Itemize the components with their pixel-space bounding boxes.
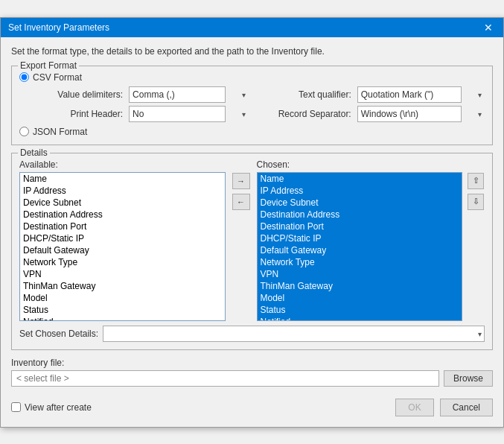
title-bar: Set Inventory Parameters ✕ — [1, 18, 503, 37]
inventory-row: Browse — [11, 370, 493, 387]
csv-grid: Value delimiters: Comma (,) Text qualifi… — [34, 86, 485, 122]
print-header-label: Print Header: — [34, 109, 123, 119]
view-after-create-row: View after create — [11, 402, 92, 413]
available-label: Available: — [19, 159, 226, 170]
available-item[interactable]: Destination Address — [20, 209, 225, 221]
available-item[interactable]: Network Type — [20, 256, 225, 268]
transfer-arrows: → ← — [230, 159, 252, 210]
set-chosen-row: Set Chosen Details: — [19, 326, 485, 342]
inventory-input[interactable] — [11, 370, 439, 387]
value-delimiters-select[interactable]: Comma (,) — [129, 86, 226, 103]
dialog-body: Set the format type, the details to be e… — [1, 37, 503, 427]
text-qualifier-select[interactable]: Quotation Mark (") — [357, 86, 462, 103]
print-header-wrapper: No — [129, 106, 249, 122]
available-item[interactable]: ThinMan Gateway — [20, 280, 225, 292]
lists-container: Available: NameIP AddressDevice SubnetDe… — [19, 159, 485, 321]
available-listbox[interactable]: NameIP AddressDevice SubnetDestination A… — [19, 172, 226, 321]
available-item[interactable]: Device Subnet — [20, 197, 225, 209]
chosen-section: Chosen: NameIP AddressDevice SubnetDesti… — [257, 159, 463, 321]
chosen-item[interactable]: VPN — [258, 268, 462, 280]
text-qualifier-wrapper: Quotation Mark (") — [357, 86, 485, 103]
print-header-select[interactable]: No — [129, 106, 226, 122]
ok-button[interactable]: OK — [395, 399, 433, 416]
details-group: Details Available: NameIP AddressDevice … — [11, 153, 493, 350]
json-radio-row: JSON Format — [19, 127, 485, 137]
reorder-buttons: ⇧ ⇩ — [467, 159, 485, 210]
value-delimiters-wrapper: Comma (,) — [129, 86, 249, 103]
move-down-button[interactable]: ⇩ — [468, 194, 484, 210]
available-item[interactable]: IP Address — [20, 185, 225, 197]
footer: View after create OK Cancel — [11, 394, 493, 416]
details-group-label: Details — [18, 148, 50, 158]
export-format-group: Export Format CSV Format Value delimiter… — [11, 66, 493, 145]
browse-button[interactable]: Browse — [444, 370, 493, 387]
csv-label: CSV Format — [33, 72, 82, 83]
chosen-item[interactable]: DHCP/Static IP — [258, 232, 462, 244]
record-separator-label: Record Separator: — [255, 109, 351, 119]
chosen-item[interactable]: Model — [258, 292, 462, 304]
export-format-label: Export Format — [18, 60, 79, 71]
csv-radio[interactable] — [19, 72, 29, 82]
dialog: Set Inventory Parameters ✕ Set the forma… — [0, 17, 504, 428]
chosen-item[interactable]: Device Subnet — [258, 197, 462, 209]
chosen-item[interactable]: ThinMan Gateway — [258, 280, 462, 292]
dialog-title: Set Inventory Parameters — [8, 22, 109, 33]
available-item[interactable]: Status — [20, 304, 225, 316]
chosen-listbox[interactable]: NameIP AddressDevice SubnetDestination A… — [257, 172, 463, 321]
json-label: JSON Format — [33, 127, 87, 137]
available-item[interactable]: Default Gateway — [20, 244, 225, 256]
text-qualifier-label: Text qualifier: — [255, 89, 351, 100]
close-button[interactable]: ✕ — [481, 22, 496, 33]
chosen-item[interactable]: Default Gateway — [258, 244, 462, 256]
set-chosen-wrapper — [103, 326, 485, 342]
available-section: Available: NameIP AddressDevice SubnetDe… — [19, 159, 226, 321]
json-radio[interactable] — [19, 127, 29, 136]
chosen-item[interactable]: Destination Address — [258, 209, 462, 221]
inventory-section: Inventory file: Browse — [11, 358, 493, 387]
record-separator-select[interactable]: Windows (\r\n) — [357, 106, 462, 122]
available-item[interactable]: DHCP/Static IP — [20, 232, 225, 244]
value-delimiters-label: Value delimiters: — [34, 89, 123, 100]
chosen-label: Chosen: — [257, 159, 463, 170]
view-after-create-label: View after create — [25, 402, 92, 413]
set-chosen-select[interactable] — [103, 326, 485, 342]
move-right-button[interactable]: → — [232, 173, 250, 189]
chosen-item[interactable]: Network Type — [258, 256, 462, 268]
cancel-button[interactable]: Cancel — [440, 399, 493, 416]
view-after-create-checkbox[interactable] — [11, 402, 21, 412]
available-item[interactable]: Name — [20, 173, 225, 185]
chosen-item[interactable]: Status — [258, 304, 462, 316]
inventory-label: Inventory file: — [11, 358, 493, 368]
available-item[interactable]: Notified — [20, 316, 225, 321]
chosen-item[interactable]: IP Address — [258, 185, 462, 197]
chosen-item[interactable]: Notified — [258, 316, 462, 321]
dialog-subtitle: Set the format type, the details to be e… — [11, 46, 493, 57]
available-item[interactable]: Destination Port — [20, 221, 225, 232]
csv-radio-row: CSV Format — [19, 72, 485, 83]
chosen-item[interactable]: Destination Port — [258, 221, 462, 232]
set-chosen-label: Set Chosen Details: — [19, 329, 98, 339]
available-item[interactable]: VPN — [20, 268, 225, 280]
available-item[interactable]: Model — [20, 292, 225, 304]
record-separator-wrapper: Windows (\r\n) — [357, 106, 485, 122]
move-up-button[interactable]: ⇧ — [468, 173, 484, 189]
move-left-button[interactable]: ← — [232, 194, 250, 210]
chosen-item[interactable]: Name — [258, 173, 462, 185]
csv-options: Value delimiters: Comma (,) Text qualifi… — [34, 86, 485, 122]
